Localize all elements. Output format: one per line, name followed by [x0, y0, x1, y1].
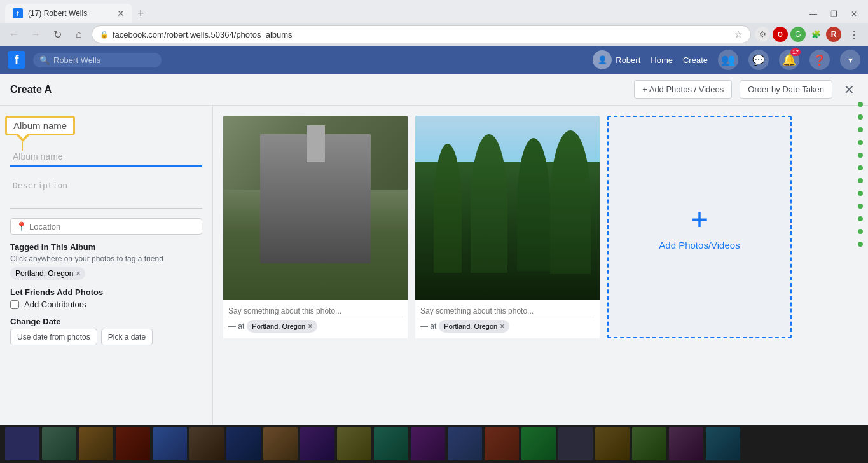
dot-5	[858, 153, 863, 158]
thumb-2[interactable]	[42, 427, 76, 460]
thumb-18[interactable]	[632, 427, 666, 460]
photo-image-1	[223, 116, 408, 300]
location-section[interactable]: 📍	[10, 218, 202, 235]
add-contributors-checkbox[interactable]	[10, 300, 19, 309]
fb-help-icon[interactable]: ❓	[809, 50, 830, 70]
dot-7	[858, 178, 863, 183]
thumb-19[interactable]	[669, 427, 703, 460]
tab-title: (17) Robert Wells	[28, 9, 112, 18]
location-input[interactable]	[29, 222, 196, 232]
dot-9	[858, 204, 863, 209]
bookmark-star-button[interactable]: ☆	[734, 29, 743, 39]
address-bar[interactable]: 🔒 facebook.com/robert.wells.50364/photos…	[92, 25, 751, 43]
change-date-section: Change Date Use date from photos Pick a …	[10, 317, 202, 345]
fb-search-bar[interactable]: 🔍	[33, 53, 162, 67]
back-button[interactable]: ←	[5, 25, 23, 43]
menu-dots-button[interactable]: ⋮	[845, 25, 863, 43]
dot-12	[858, 242, 863, 247]
photo-2-tag-remove[interactable]: ×	[500, 322, 504, 331]
create-album-container: Create A + Add Photos / Videos Order by …	[0, 74, 868, 463]
thumb-8[interactable]	[263, 427, 298, 460]
tag-remove-button[interactable]: ×	[76, 269, 80, 278]
fb-search-icon: 🔍	[39, 55, 50, 65]
add-photos-card[interactable]: + Add Photos/Videos	[607, 116, 792, 338]
fb-home-link[interactable]: Home	[651, 55, 673, 65]
photo-2-caption-input[interactable]	[420, 305, 595, 317]
tagged-section: Tagged in This Album Click anywhere on y…	[10, 242, 202, 280]
album-modal-header: Create A + Add Photos / Videos Order by …	[0, 74, 868, 106]
fb-messenger-icon[interactable]: 💬	[748, 50, 769, 70]
tag-chip: Portland, Oregon ×	[10, 267, 85, 280]
photo-2-location-row: — at Portland, Oregon ×	[420, 320, 595, 333]
right-dots	[858, 102, 863, 247]
thumb-16[interactable]	[558, 427, 593, 460]
thumb-14[interactable]	[485, 427, 519, 460]
use-date-from-photos-button[interactable]: Use date from photos	[10, 329, 97, 345]
fb-nav-center: 👤 Robert Home Create 👥 💬 🔔 17 ❓ ▾	[169, 50, 860, 70]
reload-button[interactable]: ↻	[48, 25, 66, 43]
close-tab-icon[interactable]: ✕	[117, 8, 125, 18]
tag-text: Portland, Oregon	[15, 269, 73, 278]
thumb-20[interactable]	[706, 427, 740, 460]
close-button[interactable]: ✕	[845, 5, 863, 23]
thumb-10[interactable]	[337, 427, 371, 460]
album-name-tooltip-box: Album name	[5, 116, 75, 151]
fb-user-profile[interactable]: 👤 Robert	[593, 50, 640, 69]
photo-2-at-text: — at	[420, 322, 436, 331]
pick-a-date-button[interactable]: Pick a date	[101, 329, 153, 345]
fb-notifications-icon[interactable]: 🔔 17	[779, 50, 799, 70]
description-input[interactable]	[10, 177, 202, 209]
thumb-15[interactable]	[521, 427, 556, 460]
puzzle-icon[interactable]: 🧩	[808, 27, 823, 42]
thumb-6[interactable]	[189, 427, 224, 460]
close-modal-button[interactable]: ✕	[840, 81, 858, 99]
location-pin-icon: 📍	[16, 221, 27, 232]
opera-icon[interactable]: O	[773, 27, 788, 42]
photo-1-tag-remove[interactable]: ×	[308, 322, 312, 331]
new-tab-button[interactable]: +	[132, 4, 149, 23]
photo-card-2: — at Portland, Oregon ×	[415, 116, 600, 338]
fb-logo: f	[8, 51, 25, 69]
fb-create-link[interactable]: Create	[683, 55, 708, 65]
thumb-1[interactable]	[5, 427, 39, 460]
thumb-4[interactable]	[116, 427, 150, 460]
thumb-3[interactable]	[79, 427, 113, 460]
add-contributors-row: Add Contributors	[10, 300, 202, 309]
change-date-label: Change Date	[10, 317, 202, 326]
photo-1-caption-input[interactable]	[228, 305, 403, 317]
browser-tab[interactable]: f (17) Robert Wells ✕	[5, 4, 132, 23]
order-by-date-button[interactable]: Order by Date Taken	[740, 80, 832, 99]
maximize-button[interactable]: ❐	[825, 5, 843, 23]
right-panel: — at Portland, Oregon ×	[213, 106, 868, 431]
extensions-icon[interactable]: ⚙	[755, 27, 770, 42]
thumb-5[interactable]	[153, 427, 187, 460]
thumb-13[interactable]	[448, 427, 482, 460]
fb-search-input[interactable]	[53, 55, 155, 65]
thumb-7[interactable]	[226, 427, 261, 460]
forward-button[interactable]: →	[27, 25, 45, 43]
friends-add-label: Let Friends Add Photos	[10, 287, 202, 297]
extension-green-icon[interactable]: G	[790, 27, 806, 42]
thumb-9[interactable]	[300, 427, 334, 460]
fb-user-avatar: 👤	[593, 50, 612, 69]
minimize-button[interactable]: —	[804, 5, 822, 23]
description-section	[10, 177, 202, 211]
tooltip-text: Album name	[13, 120, 67, 131]
title-bar: f (17) Robert Wells ✕ + — ❐ ✕	[0, 0, 868, 23]
dot-2	[858, 114, 863, 120]
photo-image-2	[415, 116, 600, 300]
home-button[interactable]: ⌂	[70, 25, 88, 43]
fb-dropdown-icon[interactable]: ▾	[840, 50, 860, 70]
extension-icons: ⚙ O G 🧩 R	[755, 27, 841, 42]
fb-friends-icon[interactable]: 👥	[718, 50, 738, 70]
profile-icon[interactable]: R	[826, 27, 841, 42]
thumb-12[interactable]	[411, 427, 445, 460]
dot-10	[858, 216, 863, 221]
photo-card-1-caption-area: — at Portland, Oregon ×	[223, 300, 408, 338]
thumb-17[interactable]	[595, 427, 630, 460]
add-photos-button[interactable]: + Add Photos / Videos	[634, 80, 732, 99]
tagged-label: Tagged in This Album	[10, 242, 202, 252]
photo-1-location-tag: Portland, Oregon ×	[247, 320, 317, 333]
dot-4	[858, 140, 863, 145]
thumb-11[interactable]	[374, 427, 408, 460]
